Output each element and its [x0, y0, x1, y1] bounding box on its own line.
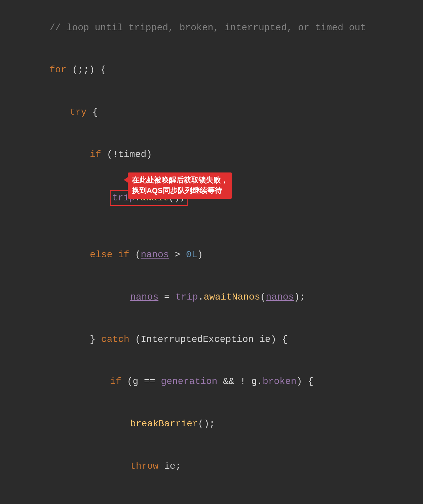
code-line-6: else if (nanos > 0L): [0, 234, 423, 276]
annotation-box: 在此处被唤醒后获取锁失败， 换到AQS同步队列继续等待: [128, 172, 232, 199]
code-line-2: for (;;) {: [0, 49, 423, 91]
code-line-5: trip.await(); 在此处被唤醒后获取锁失败， 换到AQS同步队列继续等…: [0, 176, 423, 234]
code-line-11: throw ie;: [0, 445, 423, 488]
code-line-10: breakBarrier();: [0, 403, 423, 445]
code-editor: // loop until tripped, broken, interrupt…: [0, 0, 423, 504]
code-line-4: if (!timed): [0, 133, 423, 176]
code-line-3: try {: [0, 91, 423, 134]
code-line-1: // loop until tripped, broken, interrupt…: [0, 7, 423, 49]
code-line-9: if (g == generation && ! g.broken) {: [0, 361, 423, 403]
code-line-7: nanos = trip.awaitNanos(nanos);: [0, 276, 423, 318]
code-line-8: } catch (InterruptedException ie) {: [0, 318, 423, 361]
code-line-12: } else {: [0, 488, 423, 504]
